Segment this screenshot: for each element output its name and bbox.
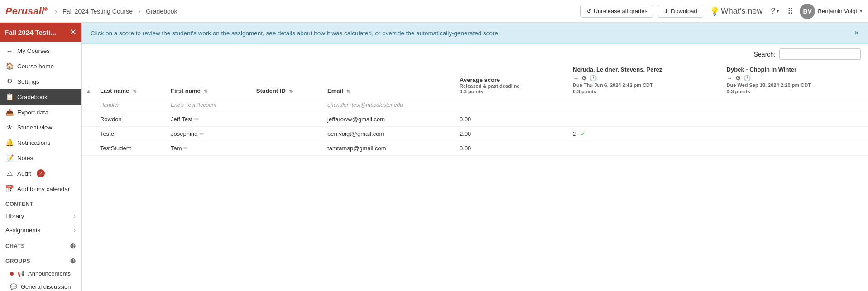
sidebar-item-my-courses[interactable]: ← My Courses — [0, 43, 81, 58]
assignment2-gear-icon[interactable]: ⚙ — [735, 75, 741, 81]
sidebar-item-notifications[interactable]: 🔔 Notifications — [0, 135, 81, 150]
handler-student-id — [252, 98, 323, 112]
search-input[interactable] — [779, 48, 861, 60]
sidebar-item-announcements[interactable]: 📢 Announcements — [0, 267, 81, 280]
row3-edit-icon[interactable]: ✏ — [183, 145, 188, 152]
alert-close-button[interactable]: × — [854, 29, 859, 37]
handler-last-name: Handler — [96, 98, 166, 112]
alert-banner: Click on a score to review the student's… — [82, 23, 868, 44]
sidebar-close-button[interactable]: ✕ — [70, 28, 77, 36]
row3-avg-score[interactable]: 0.00 — [455, 141, 568, 156]
row3-last-name: TestStudent — [96, 141, 166, 156]
sidebar-item-settings[interactable]: ⚙ Settings — [0, 74, 81, 89]
sidebar-item-student-view[interactable]: 👁 Student view — [0, 120, 81, 135]
sidebar-item-library[interactable]: Library › — [0, 209, 81, 223]
row1-a2-score[interactable] — [722, 112, 868, 127]
col-last-name: Last name ⇅ — [96, 62, 166, 98]
whats-new-button[interactable]: 💡 What's new — [708, 5, 764, 18]
audit-icon: ⚠ — [5, 169, 14, 177]
chats-section-header: Chats ⊕ — [0, 237, 81, 252]
audit-badge: 2 — [37, 169, 45, 177]
sidebar-title: Fall 2024 Testi... — [5, 29, 56, 36]
assignment2-icons: → ⚙ 🕐 — [727, 75, 863, 81]
row3-a2-score[interactable] — [722, 141, 868, 156]
row2-avg-score[interactable]: 2.00 — [455, 127, 568, 141]
row2-first-name: Josephina ✏ — [166, 127, 252, 141]
content-section-header: Content — [0, 196, 81, 209]
avg-score-meta2: 0-3 points — [460, 89, 564, 94]
sort-up-arrow[interactable]: ▲ — [86, 88, 91, 94]
col-first-name: First name ⇅ — [166, 62, 252, 98]
user-caret: ▾ — [860, 8, 863, 14]
student-id-sort[interactable]: ⇅ — [289, 89, 293, 94]
eye-icon: 👁 — [5, 124, 14, 131]
content-area: Click on a score to review the student's… — [82, 23, 868, 291]
breadcrumb-course[interactable]: Fall 2024 Testing Course — [62, 8, 133, 15]
course-home-label: Course home — [17, 63, 54, 70]
megaphone-icon: 📢 — [17, 270, 24, 277]
row2-a2-score[interactable] — [722, 127, 868, 141]
assignment1-arrow-icon[interactable]: → — [573, 75, 579, 81]
sidebar-item-export-data[interactable]: 📤 Export data — [0, 105, 81, 120]
help-button[interactable]: ? ▾ — [769, 5, 781, 18]
download-button[interactable]: ⬇ Download — [658, 5, 703, 18]
assignment2-points: 0-3 points — [727, 89, 863, 94]
navbar-right: ↺ Unrelease all grades ⬇ Download 💡 What… — [580, 4, 863, 19]
arrow-left-icon: ← — [5, 47, 14, 55]
sidebar-nav: ← My Courses 🏠 Course home ⚙ Settings 📋 … — [0, 42, 81, 291]
row1-student-id — [252, 112, 323, 127]
unrelease-grades-button[interactable]: ↺ Unrelease all grades — [580, 5, 653, 18]
col-email: Email ⇅ — [323, 62, 455, 98]
assignment2-arrow-icon[interactable]: → — [727, 75, 733, 81]
assignment1-due: Due Thu Jun 6, 2024 2:42 pm CDT — [573, 82, 718, 88]
apps-button[interactable]: ⠿ — [786, 5, 795, 18]
add-calendar-label: Add to my calendar — [17, 186, 70, 192]
sidebar-item-add-calendar[interactable]: 📅 Add to my calendar — [0, 181, 81, 196]
email-sort[interactable]: ⇅ — [346, 89, 350, 94]
brand-logo[interactable]: Perusall® — [5, 5, 48, 17]
last-name-sort[interactable]: ⇅ — [133, 89, 136, 94]
student-view-label: Student view — [17, 124, 52, 131]
breadcrumb-sep-1: › — [55, 7, 57, 15]
gradebook-label: Gradebook — [17, 94, 48, 100]
unrelease-label: Unrelease all grades — [594, 8, 647, 14]
row1-a1-score[interactable] — [568, 112, 722, 127]
lightbulb-icon: 💡 — [710, 6, 719, 16]
col-sort-arrow: ▲ — [82, 62, 96, 98]
row1-edit-icon[interactable]: ✏ — [194, 116, 199, 123]
row3-a1-score[interactable] — [568, 141, 722, 156]
assignment1-gear-icon[interactable]: ⚙ — [581, 75, 587, 81]
download-label: Download — [671, 8, 697, 14]
help-caret: ▾ — [777, 8, 779, 14]
sidebar-item-audit[interactable]: ⚠ Audit 2 — [0, 166, 81, 181]
row1-email: jeffaroww@gmail.com — [323, 112, 455, 127]
assignment1-clock-icon[interactable]: 🕐 — [590, 75, 597, 81]
user-menu[interactable]: BV Benjamin Voigt ▾ — [800, 4, 863, 19]
row2-a1-score[interactable]: 2 ✓ — [568, 127, 722, 141]
avatar: BV — [800, 4, 815, 19]
groups-add-icon[interactable]: ⊕ — [70, 257, 76, 265]
table-header-row: ▲ Last name ⇅ First name ⇅ Student ID — [82, 62, 868, 98]
sidebar-item-gradebook[interactable]: 📋 Gradebook — [0, 89, 81, 105]
handler-a2-score — [722, 98, 868, 112]
handler-avg-score — [455, 98, 568, 112]
sidebar-item-course-home[interactable]: 🏠 Course home — [0, 58, 81, 74]
main-layout: Fall 2024 Testi... ✕ ← My Courses 🏠 Cour… — [0, 23, 868, 291]
sidebar-item-assignments[interactable]: Assignments › — [0, 223, 81, 237]
unrelease-icon: ↺ — [586, 8, 591, 14]
settings-label: Settings — [17, 78, 39, 85]
sidebar-item-general-discussion[interactable]: 💬 General discussion — [0, 280, 81, 291]
whats-new-label: What's new — [721, 6, 762, 16]
library-chevron: › — [74, 213, 76, 219]
col-assignment1: Neruda, Leidner, Stevens, Perez → ⚙ 🕐 Du… — [568, 62, 722, 98]
alert-text: Click on a score to review the student's… — [91, 30, 500, 37]
sidebar-item-notes[interactable]: 📝 Notes — [0, 150, 81, 166]
row1-avg-score[interactable]: 0.00 — [455, 112, 568, 127]
chats-add-icon[interactable]: ⊕ — [70, 242, 76, 250]
search-label: Search: — [754, 51, 776, 58]
row2-edit-icon[interactable]: ✏ — [199, 130, 204, 137]
export-icon: 📤 — [5, 108, 14, 116]
assignment2-clock-icon[interactable]: 🕐 — [743, 75, 751, 81]
notes-icon: 📝 — [5, 154, 14, 162]
first-name-sort[interactable]: ⇅ — [204, 89, 207, 94]
